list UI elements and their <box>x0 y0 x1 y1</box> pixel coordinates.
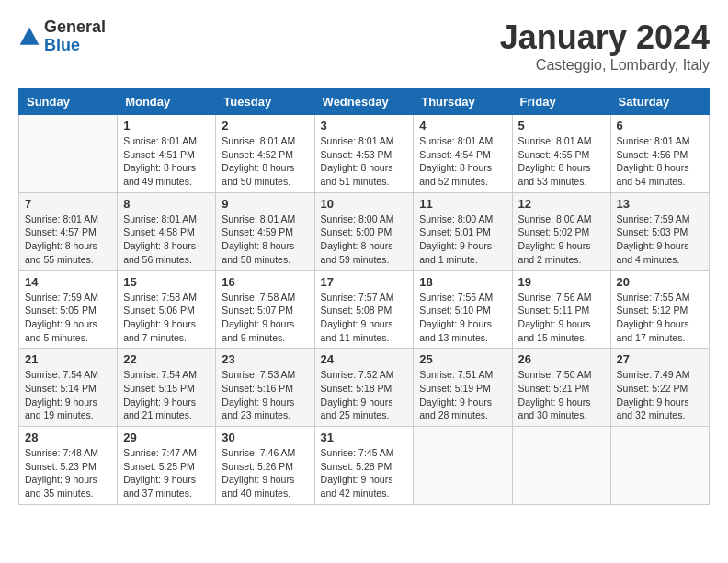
day-info: Sunrise: 7:56 AMSunset: 5:11 PMDaylight:… <box>518 291 605 345</box>
logo-general: General <box>44 18 106 37</box>
day-info: Sunrise: 7:58 AMSunset: 5:07 PMDaylight:… <box>222 291 308 345</box>
calendar-cell: 22Sunrise: 7:54 AMSunset: 5:15 PMDayligh… <box>118 349 216 427</box>
calendar-cell: 2Sunrise: 8:01 AMSunset: 4:52 PMDaylight… <box>216 115 314 193</box>
calendar-header-wednesday: Wednesday <box>314 89 414 115</box>
day-info: Sunrise: 8:01 AMSunset: 4:54 PMDaylight:… <box>419 134 506 189</box>
day-info: Sunrise: 8:01 AMSunset: 4:51 PMDaylight:… <box>123 134 210 189</box>
calendar-cell: 27Sunrise: 7:49 AMSunset: 5:22 PMDayligh… <box>610 349 709 427</box>
day-number: 14 <box>25 275 111 289</box>
calendar-cell: 26Sunrise: 7:50 AMSunset: 5:21 PMDayligh… <box>512 349 610 427</box>
title-block: January 2024 Casteggio, Lombardy, Italy <box>500 18 710 74</box>
calendar-header-thursday: Thursday <box>414 89 512 115</box>
day-info: Sunrise: 7:56 AMSunset: 5:10 PMDaylight:… <box>419 291 506 345</box>
calendar-cell <box>610 427 709 505</box>
day-info: Sunrise: 8:01 AMSunset: 4:57 PMDaylight:… <box>25 213 111 267</box>
day-info: Sunrise: 8:01 AMSunset: 4:53 PMDaylight:… <box>321 134 408 189</box>
day-number: 26 <box>518 352 605 366</box>
calendar-cell: 24Sunrise: 7:52 AMSunset: 5:18 PMDayligh… <box>314 349 414 427</box>
day-number: 27 <box>617 352 703 366</box>
day-number: 9 <box>222 197 308 211</box>
day-number: 11 <box>419 197 506 211</box>
day-info: Sunrise: 7:47 AMSunset: 5:25 PMDaylight:… <box>123 446 210 500</box>
calendar-cell: 1Sunrise: 8:01 AMSunset: 4:51 PMDaylight… <box>118 115 216 193</box>
calendar-cell: 20Sunrise: 7:55 AMSunset: 5:12 PMDayligh… <box>610 270 709 349</box>
calendar-header-friday: Friday <box>512 89 610 115</box>
calendar-cell: 21Sunrise: 7:54 AMSunset: 5:14 PMDayligh… <box>19 349 118 427</box>
day-number: 3 <box>321 119 408 132</box>
day-info: Sunrise: 8:01 AMSunset: 4:59 PMDaylight:… <box>222 213 308 267</box>
day-number: 31 <box>321 431 408 444</box>
day-info: Sunrise: 7:53 AMSunset: 5:16 PMDaylight:… <box>222 368 308 422</box>
calendar-cell <box>512 427 610 505</box>
day-number: 25 <box>419 352 506 366</box>
calendar-header-saturday: Saturday <box>610 89 709 115</box>
day-number: 18 <box>419 275 506 289</box>
day-number: 2 <box>222 119 308 132</box>
calendar-cell: 5Sunrise: 8:01 AMSunset: 4:55 PMDaylight… <box>512 115 610 193</box>
logo-icon <box>18 26 40 48</box>
calendar-cell: 23Sunrise: 7:53 AMSunset: 5:16 PMDayligh… <box>216 349 314 427</box>
day-info: Sunrise: 7:48 AMSunset: 5:23 PMDaylight:… <box>25 446 111 500</box>
calendar-cell: 16Sunrise: 7:58 AMSunset: 5:07 PMDayligh… <box>216 270 314 349</box>
calendar-cell: 13Sunrise: 7:59 AMSunset: 5:03 PMDayligh… <box>610 192 709 270</box>
day-number: 20 <box>617 275 703 289</box>
calendar-cell: 8Sunrise: 8:01 AMSunset: 4:58 PMDaylight… <box>118 192 216 270</box>
day-info: Sunrise: 7:59 AMSunset: 5:05 PMDaylight:… <box>25 291 111 345</box>
calendar-cell: 3Sunrise: 8:01 AMSunset: 4:53 PMDaylight… <box>314 115 414 193</box>
location-subtitle: Casteggio, Lombardy, Italy <box>500 57 710 74</box>
calendar-cell <box>19 115 118 193</box>
calendar-cell: 6Sunrise: 8:01 AMSunset: 4:56 PMDaylight… <box>610 115 709 193</box>
day-number: 16 <box>222 275 308 289</box>
calendar-cell: 25Sunrise: 7:51 AMSunset: 5:19 PMDayligh… <box>414 349 512 427</box>
calendar-header-tuesday: Tuesday <box>216 89 314 115</box>
calendar-cell: 29Sunrise: 7:47 AMSunset: 5:25 PMDayligh… <box>118 427 216 505</box>
day-info: Sunrise: 7:45 AMSunset: 5:28 PMDaylight:… <box>321 446 408 500</box>
day-info: Sunrise: 7:46 AMSunset: 5:26 PMDaylight:… <box>222 446 308 500</box>
month-year-title: January 2024 <box>500 18 710 57</box>
logo-text: General Blue <box>44 18 106 55</box>
day-number: 23 <box>222 352 308 366</box>
day-info: Sunrise: 7:52 AMSunset: 5:18 PMDaylight:… <box>321 368 408 422</box>
svg-marker-0 <box>20 27 40 44</box>
day-number: 12 <box>518 197 605 211</box>
day-number: 24 <box>321 352 408 366</box>
day-info: Sunrise: 7:49 AMSunset: 5:22 PMDaylight:… <box>617 368 703 422</box>
day-number: 21 <box>25 352 111 366</box>
day-info: Sunrise: 7:50 AMSunset: 5:21 PMDaylight:… <box>518 368 605 422</box>
day-number: 4 <box>419 119 506 132</box>
day-info: Sunrise: 8:00 AMSunset: 5:02 PMDaylight:… <box>518 213 605 267</box>
calendar-cell: 15Sunrise: 7:58 AMSunset: 5:06 PMDayligh… <box>118 270 216 349</box>
day-info: Sunrise: 7:51 AMSunset: 5:19 PMDaylight:… <box>419 368 506 422</box>
calendar-cell: 7Sunrise: 8:01 AMSunset: 4:57 PMDaylight… <box>19 192 118 270</box>
day-number: 29 <box>123 431 210 444</box>
calendar-cell: 28Sunrise: 7:48 AMSunset: 5:23 PMDayligh… <box>19 427 118 505</box>
calendar-cell: 19Sunrise: 7:56 AMSunset: 5:11 PMDayligh… <box>512 270 610 349</box>
day-number: 7 <box>25 197 111 211</box>
day-number: 6 <box>617 119 703 132</box>
calendar-cell: 14Sunrise: 7:59 AMSunset: 5:05 PMDayligh… <box>19 270 118 349</box>
day-info: Sunrise: 8:01 AMSunset: 4:55 PMDaylight:… <box>518 134 605 189</box>
day-number: 17 <box>321 275 408 289</box>
calendar-cell: 11Sunrise: 8:00 AMSunset: 5:01 PMDayligh… <box>414 192 512 270</box>
calendar-cell: 18Sunrise: 7:56 AMSunset: 5:10 PMDayligh… <box>414 270 512 349</box>
day-info: Sunrise: 7:54 AMSunset: 5:14 PMDaylight:… <box>25 368 111 422</box>
day-number: 5 <box>518 119 605 132</box>
day-info: Sunrise: 7:54 AMSunset: 5:15 PMDaylight:… <box>123 368 210 422</box>
logo: General Blue <box>18 18 106 55</box>
calendar-cell <box>414 427 512 505</box>
page-header: General Blue January 2024 Casteggio, Lom… <box>18 18 710 74</box>
day-info: Sunrise: 8:00 AMSunset: 5:00 PMDaylight:… <box>321 213 408 267</box>
calendar-cell: 12Sunrise: 8:00 AMSunset: 5:02 PMDayligh… <box>512 192 610 270</box>
calendar-cell: 4Sunrise: 8:01 AMSunset: 4:54 PMDaylight… <box>414 115 512 193</box>
day-number: 15 <box>123 275 210 289</box>
calendar-cell: 31Sunrise: 7:45 AMSunset: 5:28 PMDayligh… <box>314 427 414 505</box>
day-info: Sunrise: 8:01 AMSunset: 4:56 PMDaylight:… <box>617 134 703 189</box>
day-number: 8 <box>123 197 210 211</box>
day-number: 13 <box>617 197 703 211</box>
day-info: Sunrise: 8:01 AMSunset: 4:52 PMDaylight:… <box>222 134 308 189</box>
day-number: 22 <box>123 352 210 366</box>
day-number: 30 <box>222 431 308 444</box>
calendar-table: SundayMondayTuesdayWednesdayThursdayFrid… <box>18 88 710 505</box>
calendar-cell: 30Sunrise: 7:46 AMSunset: 5:26 PMDayligh… <box>216 427 314 505</box>
day-info: Sunrise: 7:57 AMSunset: 5:08 PMDaylight:… <box>321 291 408 345</box>
